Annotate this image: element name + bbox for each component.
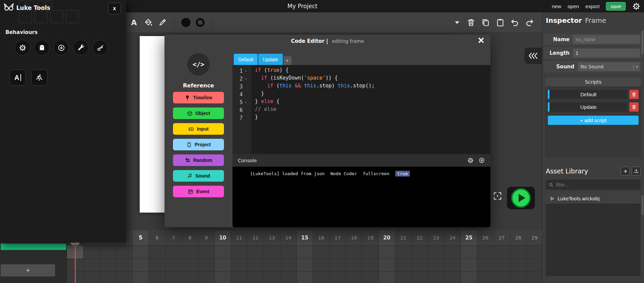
asset-list-scrollbar[interactable] (642, 195, 643, 215)
asset-item[interactable]: LukeTools.wickobj (546, 193, 641, 204)
frame-number-cell[interactable]: 26 (477, 230, 493, 245)
frame-number-cell[interactable]: 10 (215, 230, 231, 245)
frame-column[interactable] (379, 246, 395, 283)
play-button[interactable] (511, 188, 531, 208)
frame-column[interactable] (313, 246, 329, 283)
code-editor-surface[interactable]: 1▾2▾345▾67 if (true) { if (isKeyDown('sp… (232, 65, 490, 154)
paste-icon[interactable] (496, 18, 505, 27)
console-clear-icon[interactable] (478, 157, 485, 164)
active-layer-bar[interactable] (1, 244, 66, 250)
frame-number-cell[interactable]: 5 (133, 230, 149, 245)
frame-column[interactable] (215, 246, 231, 283)
frame-number-cell[interactable]: 8 (182, 230, 198, 245)
add-script-button[interactable]: + add script (548, 116, 639, 125)
behaviour-engine-button[interactable] (15, 40, 30, 55)
behaviour-wrench-button[interactable] (73, 40, 89, 55)
copy-icon[interactable] (481, 18, 490, 27)
reference-project-button[interactable]: Project (173, 139, 224, 150)
behaviour-download-button[interactable] (53, 40, 69, 55)
frame-column[interactable] (477, 246, 493, 283)
frame-column[interactable] (198, 246, 214, 283)
frame-number-cell[interactable]: 9 (198, 230, 214, 245)
frame-number-cell[interactable]: 17 (330, 230, 346, 245)
fill-color-swatch[interactable] (181, 18, 190, 27)
frame-column[interactable] (231, 246, 247, 283)
frame-column[interactable] (395, 246, 412, 283)
frame-column[interactable] (280, 246, 297, 283)
frame-number-cell[interactable]: 6 (149, 230, 165, 245)
frame-column[interactable] (412, 246, 428, 283)
reference-object-button[interactable]: Object (173, 107, 224, 119)
fold-toggle-icon[interactable]: ▾ (243, 77, 249, 81)
code-line[interactable]: } (255, 114, 490, 122)
fill-bucket-icon[interactable] (144, 18, 153, 27)
center-view-button[interactable] (493, 189, 506, 203)
close-code-editor-button[interactable]: × (478, 34, 484, 47)
frame-number-cell[interactable]: 20 (379, 230, 395, 245)
code-line[interactable]: } (255, 90, 490, 98)
frame-column[interactable] (445, 246, 461, 283)
text-behaviour-button[interactable]: A (10, 69, 26, 86)
frame-number-cell[interactable]: 13 (264, 230, 280, 245)
redo-icon[interactable] (525, 18, 534, 27)
settings-gear-icon[interactable] (632, 2, 641, 11)
export-button[interactable]: export (586, 3, 600, 9)
frame-column[interactable] (461, 246, 477, 283)
frame-number-cell[interactable]: 16 (313, 230, 329, 245)
frame-column[interactable] (264, 246, 280, 283)
code-line[interactable]: } else { (255, 98, 490, 106)
reference-sound-button[interactable]: Sound (173, 170, 224, 182)
reference-input-button[interactable]: Input (173, 123, 224, 135)
frame-number-cell[interactable]: 21 (395, 230, 412, 245)
frame-column[interactable] (247, 246, 264, 283)
sound-select[interactable]: No Sound | ▾ (578, 62, 640, 71)
behaviour-ghost-button[interactable] (34, 40, 50, 55)
frame-number-cell[interactable]: 14 (280, 230, 297, 245)
frame-number-cell[interactable]: 28 (510, 230, 526, 245)
inspector-scrollbar[interactable] (642, 31, 643, 54)
frame-number-cell[interactable]: 12 (247, 230, 264, 245)
frame-column[interactable] (182, 246, 198, 283)
code-line[interactable]: if (this && this.stop) this.stop(); (255, 83, 490, 90)
code-editor-titlebar[interactable]: Code Editor | editing frame × (164, 35, 490, 48)
delete-script-default-button[interactable] (629, 90, 639, 99)
frame-number-cell[interactable]: 15 (297, 230, 313, 245)
reference-timeline-button[interactable]: Timeline (173, 92, 224, 103)
text-tool-icon[interactable]: A (129, 18, 138, 27)
frame-column[interactable] (133, 246, 149, 283)
frame-column[interactable] (526, 246, 542, 283)
frame-column[interactable] (346, 246, 362, 283)
frame-column[interactable] (330, 246, 346, 283)
save-button[interactable]: save (606, 2, 626, 11)
code-line[interactable]: if (isKeyDown('space')) { (255, 75, 490, 83)
stroke-color-swatch[interactable] (196, 18, 205, 27)
code-line[interactable]: if (true) { (255, 67, 490, 75)
frame-number-cell[interactable]: 27 (494, 230, 510, 245)
frame-column[interactable] (362, 246, 379, 283)
fold-toggle-icon[interactable]: ▾ (243, 101, 249, 104)
name-field[interactable] (573, 35, 640, 44)
frame-number-cell[interactable]: 7 (166, 230, 182, 245)
new-button[interactable]: new (552, 3, 561, 9)
frame-column[interactable] (510, 246, 526, 283)
console-settings-gear-icon[interactable] (467, 157, 474, 164)
fold-toggle-icon[interactable]: ▾ (243, 69, 249, 73)
undo-icon[interactable] (510, 18, 519, 27)
frame-column[interactable] (428, 246, 445, 283)
frame-number-cell[interactable]: 23 (428, 230, 445, 245)
character-behaviour-button[interactable] (31, 69, 48, 86)
frame-number-cell[interactable]: 19 (362, 230, 379, 245)
dropdown-caret-icon[interactable] (453, 19, 461, 26)
add-asset-button[interactable] (621, 167, 630, 176)
frame-column[interactable] (297, 246, 313, 283)
reference-random-button[interactable]: Random (173, 154, 224, 166)
asset-filter-input[interactable] (556, 182, 638, 187)
frame-column[interactable] (83, 246, 100, 283)
script-update-button[interactable]: Update (550, 102, 627, 112)
brush-icon[interactable] (158, 18, 167, 27)
playhead-line[interactable] (75, 244, 76, 283)
tab-default[interactable]: Default (234, 54, 258, 65)
reference-event-button[interactable]: Event (173, 186, 224, 197)
code-line[interactable]: // else (255, 106, 490, 114)
frame-number-cell[interactable]: 18 (346, 230, 362, 245)
